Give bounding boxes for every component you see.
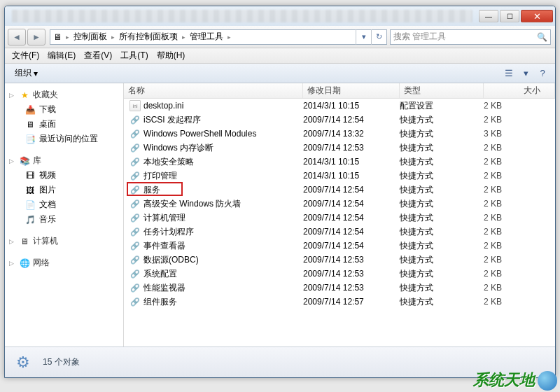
col-size[interactable]: 大小	[484, 83, 555, 98]
ini-file-icon: ini	[130, 100, 141, 111]
file-row[interactable]: 🔗数据源(ODBC)2009/7/14 12:53快捷方式2 KB	[124, 253, 555, 267]
view-mode-button[interactable]: ☰	[500, 66, 517, 81]
tree-group-label: 收藏夹	[33, 89, 58, 101]
file-name: 计算机管理	[144, 212, 186, 224]
search-icon[interactable]: 🔍	[537, 32, 547, 42]
file-size: 2 KB	[484, 255, 555, 265]
file-type: 快捷方式	[400, 156, 484, 168]
file-row[interactable]: 🔗本地安全策略2014/3/1 10:15快捷方式2 KB	[124, 155, 555, 169]
breadcrumb-seg-0[interactable]: 控制面板	[71, 31, 110, 43]
tree-item-icon: 🎵	[24, 214, 36, 225]
file-row[interactable]: 🔗Windows PowerShell Modules2009/7/14 13:…	[124, 127, 555, 141]
close-button[interactable]: ✕	[521, 10, 553, 22]
menu-help[interactable]: 帮助(H)	[153, 50, 190, 62]
tree-item-label: 下载	[39, 104, 56, 115]
tree-item-0-2[interactable]: 📑最近访问的位置	[5, 132, 123, 146]
tree-item-0-0[interactable]: 📥下载	[5, 102, 123, 117]
tree-item-0-1[interactable]: 🖥桌面	[5, 117, 123, 132]
file-size: 2 KB	[484, 199, 555, 209]
file-date: 2009/7/14 12:53	[303, 283, 400, 293]
file-type: 快捷方式	[400, 170, 484, 182]
file-size: 3 KB	[484, 129, 555, 139]
file-size: 2 KB	[484, 227, 555, 237]
menu-file[interactable]: 文件(F)	[8, 50, 43, 62]
maximize-button[interactable]: ☐	[500, 10, 519, 22]
file-row[interactable]: 🔗服务2009/7/14 12:54快捷方式2 KB	[124, 183, 555, 197]
menu-edit[interactable]: 编辑(E)	[43, 50, 80, 62]
file-date: 2014/3/1 10:15	[303, 171, 400, 181]
file-row[interactable]: 🔗性能监视器2009/7/14 12:53快捷方式2 KB	[124, 281, 555, 295]
file-name: 服务	[144, 184, 160, 196]
file-name: 组件服务	[144, 296, 177, 308]
file-row[interactable]: 🔗组件服务2009/7/14 12:57快捷方式2 KB	[124, 295, 555, 309]
file-date: 2009/7/14 12:54	[303, 115, 400, 125]
help-button[interactable]: ?	[534, 66, 551, 81]
tree-twisty-icon: ▷	[9, 158, 16, 164]
file-row[interactable]: 🔗计算机管理2009/7/14 12:54快捷方式2 KB	[124, 211, 555, 225]
shortcut-icon: 🔗	[130, 296, 141, 307]
file-type: 快捷方式	[400, 128, 484, 140]
breadcrumb-seg-2[interactable]: 管理工具	[187, 31, 226, 43]
organize-button[interactable]: 组织 ▾	[9, 66, 43, 80]
back-button[interactable]: ◄	[8, 29, 26, 46]
file-row[interactable]: 🔗iSCSI 发起程序2009/7/14 12:54快捷方式2 KB	[124, 113, 555, 127]
file-name: desktop.ini	[144, 101, 183, 111]
shortcut-icon: 🔗	[130, 156, 141, 167]
tree-twisty-icon: ▷	[9, 92, 16, 99]
view-dropdown-button[interactable]: ▾	[517, 66, 534, 81]
file-size: 2 KB	[484, 269, 555, 279]
tree-group-2[interactable]: ▷🖥计算机	[5, 234, 123, 248]
tree-item-icon: 🎞	[24, 170, 36, 181]
file-row[interactable]: 🔗系统配置2009/7/14 12:53快捷方式2 KB	[124, 267, 555, 281]
file-date: 2009/7/14 13:32	[303, 129, 400, 139]
file-row[interactable]: 🔗高级安全 Windows 防火墙2009/7/14 12:54快捷方式2 KB	[124, 197, 555, 211]
file-size: 2 KB	[484, 101, 555, 111]
file-row[interactable]: inidesktop.ini2014/3/1 10:15配置设置2 KB	[124, 99, 555, 113]
menu-view[interactable]: 查看(V)	[80, 50, 116, 62]
shortcut-icon: 🔗	[130, 170, 141, 181]
file-name: 事件查看器	[144, 240, 186, 252]
file-size: 2 KB	[484, 185, 555, 195]
tree-item-1-2[interactable]: 📄文档	[5, 197, 123, 212]
file-name: 打印管理	[144, 170, 177, 182]
breadcrumb-seg-1[interactable]: 所有控制面板项	[116, 31, 181, 43]
tree-group-3[interactable]: ▷🌐网络	[5, 255, 123, 270]
address-bar[interactable]: 🖥 ▸ 控制面板 ▸ 所有控制面板项 ▸ 管理工具 ▸ ▾ ↻	[50, 29, 387, 45]
tree-item-label: 视频	[39, 169, 56, 181]
file-row[interactable]: 🔗Windows 内存诊断2009/7/14 12:53快捷方式2 KB	[124, 141, 555, 155]
forward-button[interactable]: ►	[27, 29, 46, 46]
explorer-window: — ☐ ✕ ◄ ► 🖥 ▸ 控制面板 ▸ 所有控制面板项 ▸ 管理工具 ▸ ▾ …	[4, 6, 556, 378]
file-date: 2009/7/14 12:53	[303, 255, 400, 265]
chevron-right-icon: ▸	[110, 34, 116, 41]
status-text: 15 个对象	[43, 356, 80, 368]
refresh-button[interactable]: ↻	[371, 29, 386, 45]
col-date[interactable]: 修改日期	[303, 83, 400, 98]
minimize-button[interactable]: —	[479, 10, 498, 22]
tree-item-1-0[interactable]: 🎞视频	[5, 168, 123, 183]
tree-group-0[interactable]: ▷★收藏夹	[5, 88, 123, 102]
menu-tools[interactable]: 工具(T)	[116, 50, 152, 62]
col-type[interactable]: 类型	[400, 83, 484, 98]
file-size: 2 KB	[484, 143, 555, 153]
shortcut-icon: 🔗	[130, 240, 141, 251]
breadcrumb-root-icon[interactable]: 🖥	[50, 32, 64, 42]
shortcut-icon: 🔗	[130, 226, 141, 237]
file-row[interactable]: 🔗打印管理2014/3/1 10:15快捷方式2 KB	[124, 169, 555, 183]
file-row[interactable]: 🔗事件查看器2009/7/14 12:54快捷方式2 KB	[124, 239, 555, 253]
file-type: 快捷方式	[400, 198, 484, 210]
tree-group-1[interactable]: ▷📚库	[5, 153, 123, 168]
tree-item-1-3[interactable]: 🎵音乐	[5, 212, 123, 227]
file-row[interactable]: 🔗任务计划程序2009/7/14 12:54快捷方式2 KB	[124, 225, 555, 239]
globe-icon	[538, 371, 557, 391]
file-type: 快捷方式	[400, 114, 484, 126]
tree-item-1-1[interactable]: 🖼图片	[5, 183, 123, 197]
file-type: 快捷方式	[400, 268, 484, 280]
search-input[interactable]: 搜索 管理工具 🔍	[390, 29, 551, 45]
file-name: 高级安全 Windows 防火墙	[144, 198, 241, 210]
chevron-right-icon: ▸	[64, 34, 71, 41]
menubar: 文件(F) 编辑(E) 查看(V) 工具(T) 帮助(H)	[5, 48, 555, 64]
address-dropdown-button[interactable]: ▾	[356, 29, 371, 45]
col-name[interactable]: 名称	[124, 83, 303, 98]
shortcut-icon: 🔗	[130, 142, 141, 153]
shortcut-icon: 🔗	[130, 114, 141, 125]
